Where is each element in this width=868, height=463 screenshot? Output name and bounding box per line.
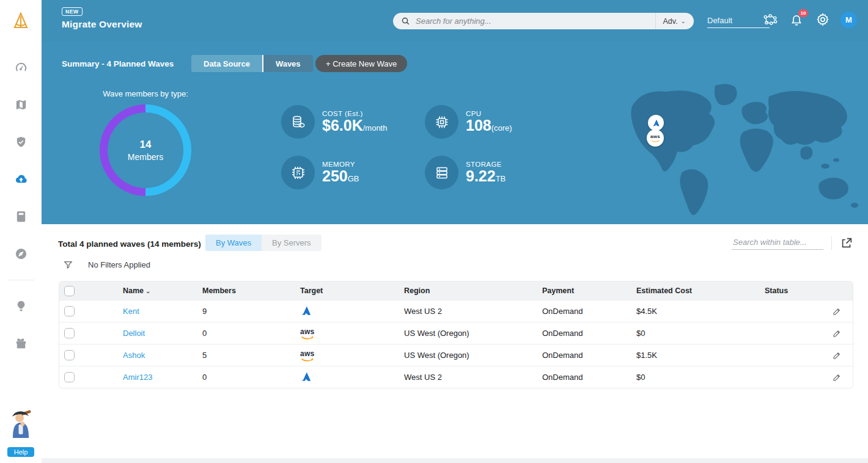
storage-icon bbox=[433, 164, 451, 182]
waves-table: Name⌄ Members Target Region Payment Esti… bbox=[59, 281, 853, 388]
tab-by-servers[interactable]: By Servers bbox=[262, 235, 322, 251]
world-map: aws bbox=[623, 79, 868, 224]
payment-cell: OnDemand bbox=[542, 373, 636, 382]
members-cell: 9 bbox=[202, 307, 300, 316]
sidebar-item-dashboard[interactable] bbox=[9, 55, 33, 79]
sidebar: Help bbox=[0, 0, 42, 463]
help-button[interactable]: Help bbox=[7, 447, 35, 457]
azure-icon bbox=[300, 371, 312, 382]
stat-storage: STORAGE 9.22TB bbox=[425, 156, 568, 189]
stat-memory: MEMORY 250GB bbox=[281, 156, 425, 189]
summary-banner: Summary - 4 Planned Waves Data Source Wa… bbox=[42, 42, 868, 224]
col-name[interactable]: Name⌄ bbox=[123, 286, 202, 295]
waves-total-title: Total 4 planned waves (14 members) bbox=[58, 239, 201, 249]
table-row: Ashok 5 aws US West (Oregon) OnDemand $1… bbox=[59, 344, 853, 366]
lightbulb-icon bbox=[14, 299, 28, 313]
cloud-migrate-icon bbox=[14, 172, 28, 186]
region-cell: West US 2 bbox=[404, 307, 542, 316]
table-row: Delloit 0 aws US West (Oregon) OnDemand … bbox=[59, 322, 853, 344]
gauge-icon bbox=[14, 60, 28, 75]
sidebar-item-security[interactable] bbox=[9, 129, 33, 154]
notifications-button[interactable]: 10 bbox=[788, 11, 805, 28]
filters-status-text: No Filters Applied bbox=[88, 260, 150, 269]
sidebar-item-explore[interactable] bbox=[9, 241, 33, 266]
title-block: NEW Migrate Overview bbox=[62, 5, 142, 30]
user-avatar[interactable]: M bbox=[840, 12, 857, 28]
col-estimated-cost: Estimated Cost bbox=[636, 286, 765, 295]
table-search-input[interactable] bbox=[732, 236, 823, 250]
row-checkbox[interactable] bbox=[64, 372, 75, 382]
sidebar-item-cost[interactable] bbox=[9, 204, 33, 228]
bottom-scroll-strip[interactable] bbox=[42, 458, 868, 463]
coins-icon bbox=[289, 113, 307, 131]
edit-pencil-icon[interactable] bbox=[832, 329, 842, 338]
cost-cell: $0 bbox=[636, 373, 765, 382]
sidebar-item-map[interactable] bbox=[9, 92, 33, 117]
donut-center-value: 14 bbox=[140, 139, 152, 151]
filter-funnel-icon[interactable] bbox=[63, 260, 73, 270]
table-row: Kent 9 West US 2 OnDemand $4.5K bbox=[59, 300, 853, 322]
azure-icon bbox=[652, 118, 660, 127]
source-wave-toggle: Data Source Waves bbox=[191, 55, 313, 72]
notification-count-badge: 10 bbox=[798, 9, 808, 17]
region-cell: West US 2 bbox=[404, 373, 542, 382]
row-checkbox[interactable] bbox=[64, 350, 75, 360]
waves-section: Total 4 planned waves (14 members) By Wa… bbox=[42, 224, 868, 463]
tab-by-waves[interactable]: By Waves bbox=[205, 235, 262, 251]
help-assistant[interactable]: Help bbox=[4, 408, 38, 457]
region-cell: US West (Oregon) bbox=[404, 329, 542, 338]
export-icon bbox=[840, 236, 853, 250]
logo-icon bbox=[11, 11, 31, 31]
cost-cell: $4.5K bbox=[636, 307, 765, 316]
global-search-input[interactable] bbox=[416, 16, 655, 26]
col-region: Region bbox=[404, 286, 542, 295]
cpu-icon bbox=[433, 113, 451, 131]
sidebar-item-rewards[interactable] bbox=[9, 331, 33, 355]
network-nodes-icon bbox=[763, 12, 778, 27]
col-members: Members bbox=[202, 286, 300, 295]
top-header: NEW Migrate Overview Adv. ⌄ Default ⌄ 10… bbox=[42, 0, 868, 42]
search-advanced-dropdown[interactable]: Adv. ⌄ bbox=[655, 13, 694, 29]
wave-name-link[interactable]: Amir123 bbox=[123, 373, 152, 382]
row-checkbox[interactable] bbox=[64, 306, 75, 316]
wave-name-link[interactable]: Delloit bbox=[123, 329, 145, 338]
world-map-graphic bbox=[623, 79, 868, 224]
payment-cell: OnDemand bbox=[542, 307, 636, 316]
edit-pencil-icon[interactable] bbox=[832, 373, 842, 382]
view-select[interactable]: Default ⌄ bbox=[707, 13, 770, 28]
edit-pencil-icon[interactable] bbox=[832, 351, 842, 360]
sort-chevron-icon: ⌄ bbox=[145, 288, 150, 294]
wave-name-link[interactable]: Kent bbox=[123, 307, 139, 316]
settings-button[interactable] bbox=[814, 11, 831, 28]
filters-row: No Filters Applied bbox=[63, 260, 150, 270]
map-marker-aws[interactable]: aws bbox=[647, 129, 664, 147]
row-checkbox[interactable] bbox=[64, 328, 75, 338]
page-title: Migrate Overview bbox=[62, 19, 142, 30]
gift-icon bbox=[14, 337, 28, 351]
toggle-data-source[interactable]: Data Source bbox=[191, 55, 263, 72]
edit-pencil-icon[interactable] bbox=[832, 307, 842, 316]
export-button[interactable] bbox=[840, 236, 853, 250]
sidebar-divider bbox=[7, 280, 34, 280]
sidebar-item-insights[interactable] bbox=[9, 294, 33, 318]
aws-icon: aws bbox=[650, 134, 660, 142]
col-payment: Payment bbox=[542, 286, 636, 295]
table-header-row: Name⌄ Members Target Region Payment Esti… bbox=[59, 282, 853, 300]
map-marker-azure[interactable] bbox=[648, 115, 664, 131]
summary-stats: COST (Est.) $6.0K/month CPU 108(core) ME… bbox=[281, 105, 568, 189]
new-badge: NEW bbox=[62, 7, 83, 16]
table-view-tabs: By Waves By Servers bbox=[205, 235, 322, 251]
payment-cell: OnDemand bbox=[542, 351, 636, 360]
sidebar-item-migrate[interactable] bbox=[9, 167, 33, 191]
wave-name-link[interactable]: Ashok bbox=[123, 351, 145, 360]
cost-calculator-icon bbox=[14, 210, 28, 224]
create-new-wave-button[interactable]: + Create New Wave bbox=[315, 55, 407, 72]
members-cell: 5 bbox=[202, 351, 300, 360]
gear-icon bbox=[815, 12, 830, 27]
toggle-waves[interactable]: Waves bbox=[263, 55, 313, 72]
integrations-button[interactable] bbox=[762, 11, 779, 28]
app-logo[interactable] bbox=[0, 0, 42, 42]
select-all-checkbox[interactable] bbox=[64, 286, 75, 296]
global-search[interactable]: Adv. ⌄ bbox=[393, 13, 694, 29]
donut-center: 14 Members bbox=[100, 104, 191, 196]
